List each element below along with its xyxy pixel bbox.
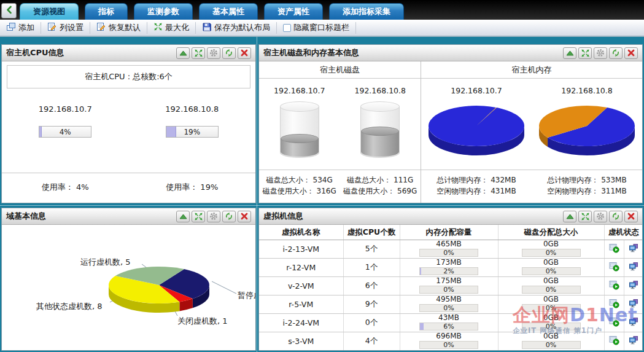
panel-close-button[interactable] [624,47,638,59]
toolbar-button-列设置[interactable]: 列设置 [43,21,88,35]
panel-refresh-button[interactable] [222,47,236,59]
vm-status-cell [624,240,643,259]
hide-titlebar-checkbox[interactable] [283,24,291,32]
vm-table-body: i-2-13-VM5个465MB0%0GB0%r-12-VM1个173MB2%0… [259,240,643,351]
vm-console-icon[interactable] [629,317,638,327]
toolbar-separator [276,22,277,34]
vm-column-header[interactable]: 虚机状态 [604,225,643,240]
toolbar-button-label: 保存为默认布局 [214,22,270,33]
vm-console-icon[interactable] [629,335,638,345]
vm-column-header[interactable]: 磁盘分配总大小 [498,225,604,240]
panel-body: 宿主机磁盘 192.168.10.7192.168.10.8 磁盘总大小： 53… [259,61,642,203]
panel-maximize-button[interactable] [578,47,592,59]
panel-settings-button[interactable] [207,47,220,59]
toolbar-button-保存为默认布局[interactable]: 保存为默认布局 [198,21,274,35]
panel-collapse-button[interactable] [563,47,576,59]
tab-基本属性[interactable]: 基本属性 [199,3,258,20]
table-row[interactable]: r-12-VM1个173MB2%0GB0% [259,259,643,277]
alloc-value: 0GB [499,277,604,285]
back-button[interactable] [1,3,17,18]
panel-collapse-button[interactable] [176,47,190,59]
collapse-icon [566,214,574,219]
table-row[interactable]: i-2-24-VM0个43MB6%0GB0% [259,314,643,332]
vm-column-header[interactable]: 内存分配容量 [400,225,498,240]
memory-stats: 总计物理内存： 432MB空闲物理内存： 431MB总计物理内存： 533MB空… [421,170,642,203]
tab-bar: 资源视图指标监测参数基本属性资产属性添加指标采集 [0,0,644,20]
panel-vm-info: 虚拟机信息 虚拟机名称虚拟CPU个数内存分配容量磁盘分配总大小虚机状态 i-2-… [258,208,643,351]
tab-添加指标采集[interactable]: 添加指标采集 [329,3,404,20]
domain-pie-label: 关闭虚机数, 1 [177,316,228,327]
panel-refresh-button[interactable] [609,211,623,222]
panel-maximize-button[interactable] [192,211,205,222]
toolbar-button-恢复默认[interactable]: 恢复默认 [92,21,145,35]
vm-console-icon[interactable] [629,262,638,272]
table-row[interactable]: r-16-VM2个423MB0%0GB0% [259,351,643,351]
vm-running-icon[interactable] [609,280,619,290]
close-icon [627,213,635,220]
table-row[interactable]: r-5-VM9个495MB0%0GB0% [259,295,643,314]
vm-status-cell [604,314,624,332]
toolbar-button-添加[interactable]: 添加 [2,21,39,35]
vm-memory-cell: 43MB6% [400,314,498,332]
vm-column-header[interactable]: 虚拟CPU个数 [343,225,400,240]
tab-指标[interactable]: 指标 [85,3,128,20]
vm-running-icon[interactable] [609,299,619,308]
vm-console-icon[interactable] [629,280,638,290]
panel-collapse-button[interactable] [563,211,576,222]
vertical-splitter[interactable] [257,37,257,352]
toolbar-separator [195,22,196,34]
vm-disk-cell: 0GB0% [498,240,604,259]
horizontal-splitter[interactable] [0,205,644,206]
toolbar-button-最大化[interactable]: 最大化 [149,21,193,34]
panel-domain-info: 域基本信息 暂停虚机数关闭虚机数, 1其他状态虚机数, 8运行虚机数, 5 [1,208,256,351]
panel-settings-button[interactable] [594,47,607,59]
hide-titlebar-toggle[interactable]: 隐藏窗口标题栏 [279,21,354,34]
cpu-host-column: 192.168.10.74% [2,88,129,173]
tab-监测参数[interactable]: 监测参数 [134,3,193,20]
panel-close-button[interactable] [238,211,251,222]
vm-running-icon[interactable] [609,317,619,327]
vm-running-icon[interactable] [609,335,619,345]
vm-running-icon[interactable] [609,243,619,253]
panel-header[interactable]: 宿主机磁盘和内存基本信息 [259,45,642,61]
table-row[interactable]: v-2-VM6个175MB0%0GB0% [259,277,643,295]
toolbar-separator [41,22,41,34]
vm-status-cell [624,259,643,277]
vm-name: v-2-VM [259,277,343,295]
vm-status-cell [604,351,624,351]
tab-资源视图[interactable]: 资源视图 [20,3,79,20]
vm-disk-cell: 0GB0% [498,277,604,295]
panel-header[interactable]: 域基本信息 [2,208,255,225]
vm-console-icon[interactable] [629,299,638,308]
panel-body: 宿主机CPU : 总核数:6个 192.168.10.74%192.168.10… [2,61,255,203]
alloc-bar: 0% [522,249,581,257]
vm-name: r-5-VM [259,295,343,314]
settings-icon [209,212,218,221]
panel-header[interactable]: 宿主机CPU信息 [2,45,255,61]
disk-cylinder-gauge [280,101,319,158]
panel-close-button[interactable] [238,47,251,59]
panel-maximize-button[interactable] [192,47,205,59]
vm-running-icon[interactable] [609,262,619,272]
alloc-bar: 0% [522,267,581,275]
table-row[interactable]: i-2-13-VM5个465MB0%0GB0% [259,240,643,259]
tab-资产属性[interactable]: 资产属性 [264,3,323,20]
panel-collapse-button[interactable] [176,211,190,222]
panel-close-button[interactable] [624,211,638,222]
panel-refresh-button[interactable] [609,47,623,59]
vm-column-header[interactable]: 虚拟机名称 [259,225,343,240]
cpu-usage-percent: 19% [166,127,218,138]
memory-stats-text: 总计物理内存： 533MB空闲物理内存： 311MB [532,174,642,197]
panel-refresh-button[interactable] [222,211,236,222]
table-row[interactable]: s-3-VM4个696MB0%0GB0% [259,332,643,351]
stat-line: 总计物理内存： 432MB [421,174,532,186]
vm-console-icon[interactable] [629,243,638,253]
panel-header[interactable]: 虚拟机信息 [259,208,642,225]
memory-pie-chart [535,100,639,164]
panel-maximize-button[interactable] [578,211,592,222]
vm-disk-cell: 0GB0% [498,259,604,277]
panel-settings-button[interactable] [207,211,220,222]
stat-line: 空闲物理内存： 431MB [421,186,532,197]
toolbar-button-label: 恢复默认 [109,22,141,33]
panel-settings-button[interactable] [594,211,607,222]
